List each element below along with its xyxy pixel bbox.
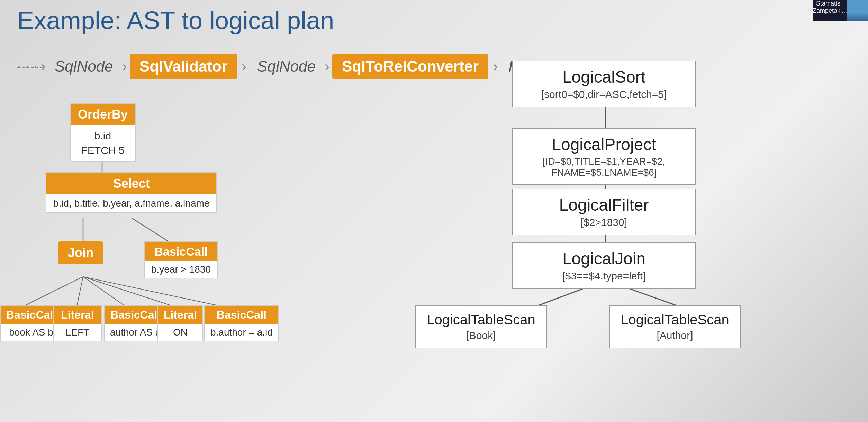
svg-line-4 — [24, 277, 83, 306]
logical-scan-author-header: LogicalTableScan — [620, 312, 730, 328]
join-node: Join — [58, 241, 103, 264]
pipeline-sqlnode-1: SqlNode — [55, 58, 113, 75]
svg-line-6 — [83, 277, 125, 306]
basiccall-book-header: BasicCall — [1, 306, 62, 324]
logical-join-body: [$3==$4,type=left] — [523, 270, 685, 282]
literal-left-node: Literal LEFT — [53, 305, 102, 341]
literal-left-body: LEFT — [54, 324, 101, 341]
basiccall-book-body: book AS b — [1, 324, 62, 341]
avatar-label: Stamatis Zampetaki... — [813, 0, 850, 17]
logical-sort-header: LogicalSort — [523, 67, 685, 86]
pipeline-arrow-5: › — [493, 58, 498, 75]
logical-scan-author-node: LogicalTableScan [Author] — [609, 305, 741, 348]
literal-on-header: Literal — [158, 306, 202, 324]
svg-line-8 — [83, 277, 221, 306]
orderby-header: OrderBy — [71, 104, 135, 125]
literal-on-body: ON — [158, 324, 202, 341]
pipeline-sqltorel: SqlToRelConverter — [332, 54, 488, 79]
logical-sort-body: [sort0=$0,dir=ASC,fetch=5] — [523, 89, 685, 100]
select-node: Select b.id, b.title, b.year, a.fname, a… — [46, 172, 217, 213]
basiccall-cond-node: BasicCall b.author = a.id — [204, 305, 279, 341]
join-header: Join — [58, 241, 103, 264]
pipeline-sqlnode-2: SqlNode — [257, 58, 316, 75]
select-body: b.id, b.title, b.year, a.fname, a.lname — [46, 194, 216, 212]
page-title: Example: AST to logical plan — [17, 6, 334, 35]
literal-on-node: Literal ON — [157, 305, 203, 341]
pipeline-sqlvalidator: SqlValidator — [130, 54, 237, 79]
pipeline-arrow-3: › — [242, 58, 246, 75]
logical-project-body: [ID=$0,TITLE=$1,YEAR=$2, FNAME=$5,LNAME=… — [523, 156, 685, 178]
basiccall-cond-header: BasicCall — [205, 306, 278, 324]
basiccall-filter-header: BasicCall — [145, 242, 217, 261]
orderby-node: OrderBy b.id FETCH 5 — [70, 103, 136, 162]
basiccall-cond-body: b.author = a.id — [205, 324, 278, 341]
logical-filter-body: [$2>1830] — [523, 217, 685, 228]
basiccall-author-header: BasicCall — [105, 306, 166, 324]
orderby-body: b.id FETCH 5 — [71, 125, 135, 161]
logical-filter-header: LogicalFilter — [523, 195, 685, 214]
svg-line-5 — [77, 277, 83, 306]
logical-filter-node: LogicalFilter [$2>1830] — [512, 189, 696, 235]
pipeline-arrow-1: › — [41, 58, 46, 75]
basiccall-author-body: author AS a — [105, 324, 166, 341]
svg-line-7 — [83, 277, 173, 306]
select-header: Select — [46, 173, 216, 194]
pipeline-dots: · · · — [17, 59, 38, 74]
svg-line-3 — [132, 218, 170, 242]
literal-left-header: Literal — [54, 306, 101, 324]
avatar-image — [847, 0, 868, 21]
logical-project-header: LogicalProject — [523, 135, 685, 154]
logical-scan-book-body: [Book] — [426, 330, 536, 341]
logical-scan-author-body: [Author] — [620, 330, 730, 341]
logical-scan-book-node: LogicalTableScan [Book] — [415, 305, 547, 348]
logical-project-node: LogicalProject [ID=$0,TITLE=$1,YEAR=$2, … — [512, 128, 696, 185]
pipeline-arrow-2: › — [122, 58, 127, 75]
logical-scan-book-header: LogicalTableScan — [426, 312, 536, 328]
pipeline-arrow-4: › — [325, 58, 329, 75]
logical-sort-node: LogicalSort [sort0=$0,dir=ASC,fetch=5] — [512, 61, 696, 107]
basiccall-filter-body: b.year > 1830 — [145, 261, 217, 278]
basiccall-filter-node: BasicCall b.year > 1830 — [144, 241, 218, 278]
logical-join-header: LogicalJoin — [523, 249, 685, 268]
logical-join-node: LogicalJoin [$3==$4,type=left] — [512, 242, 696, 289]
pipeline: · · · › SqlNode › SqlValidator › SqlNode… — [17, 54, 574, 79]
avatar-corner: Stamatis Zampetaki... — [813, 0, 868, 21]
